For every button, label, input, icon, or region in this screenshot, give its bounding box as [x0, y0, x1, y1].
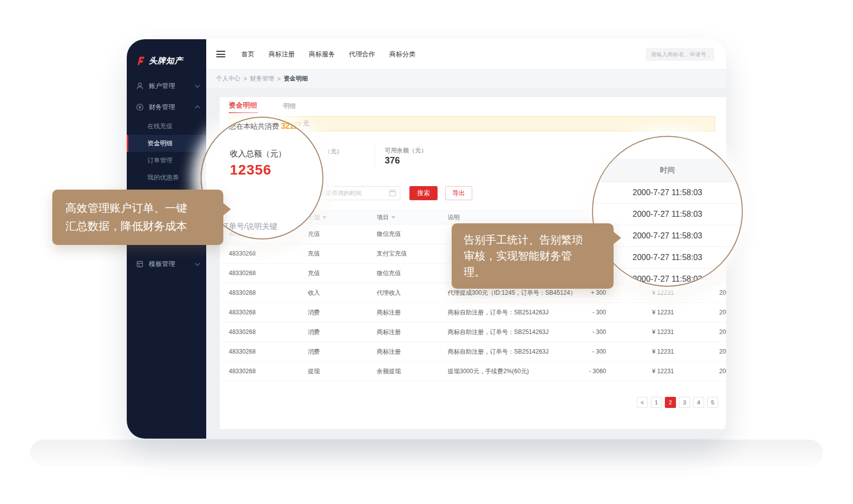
- table-row[interactable]: 48330268 消费 商标注册 商标自助注册，订单号：SB2514263J -…: [220, 303, 726, 322]
- lens-income-label: 收入总额（元）: [230, 149, 286, 159]
- search-input[interactable]: [646, 48, 714, 61]
- breadcrumb-separator: >: [243, 75, 247, 82]
- sidebar-item-label: 账户管理: [149, 81, 196, 91]
- tab-secondary[interactable]: 明细: [283, 102, 296, 111]
- pagination-page-2-active[interactable]: 2: [665, 397, 676, 408]
- lens-time-header: 时间: [593, 159, 742, 182]
- user-icon: [136, 82, 144, 90]
- pagination-page-5[interactable]: 5: [707, 397, 718, 408]
- tab-funds-detail[interactable]: 资金明细: [229, 101, 257, 110]
- nav-item-home[interactable]: 首页: [241, 50, 254, 59]
- chevron-down-icon: [195, 261, 200, 266]
- magnifier-lens-right: 时间 2000-7-27 11:58:03 2000-7-27 11:58:03…: [592, 136, 743, 287]
- nav-item-trademark-register[interactable]: 商标注册: [269, 50, 295, 59]
- sidebar-item-label: 模板管理: [149, 260, 196, 269]
- stat-balance-label: 可用余额（元）: [385, 146, 427, 155]
- chevron-down-icon: [195, 83, 200, 88]
- pagination-prev-button[interactable]: <: [637, 397, 648, 408]
- lens-time-cell: 2000-7-27 11:58:03: [593, 247, 742, 269]
- top-nav-items: 首页 商标注册 商标服务 代理合作 商标分类: [241, 50, 415, 59]
- header-type[interactable]: 类型: [308, 213, 377, 222]
- table-row[interactable]: 48330268 消费 商标注册 商标自助注册，订单号：SB2514263J -…: [220, 322, 726, 342]
- nav-item-trademark-services[interactable]: 商标服务: [309, 50, 335, 59]
- tab-underline: [229, 112, 258, 113]
- table-row[interactable]: 48330268 消费 商标注册 商标自助注册，订单号：SB2514263J -…: [220, 342, 726, 362]
- breadcrumb-item[interactable]: 个人中心: [216, 74, 240, 83]
- top-navbar: 首页 商标注册 商标服务 代理合作 商标分类: [206, 39, 726, 69]
- stat-expense-label: （元）: [324, 147, 343, 156]
- logo-title: 头牌知产: [149, 56, 183, 66]
- stat-divider: [375, 144, 375, 169]
- nav-item-agency[interactable]: 代理合作: [349, 50, 375, 59]
- lens-income-value: 12356: [230, 162, 272, 178]
- consumption-notice: 您在本站共消费 7820 元: [229, 116, 715, 131]
- stat-balance-value: 376: [385, 155, 400, 166]
- tooltip-finance-efficiency: 高效管理账户订单、一键 汇总数据，降低财务成本: [52, 190, 223, 245]
- sidebar-item-template[interactable]: 模板管理: [127, 254, 206, 275]
- breadcrumb-separator: >: [277, 75, 281, 82]
- tooltip-smart-finance: 告别手工统计、告别繁琐 审核，实现智能财务管 理。: [452, 223, 614, 289]
- breadcrumb: 个人中心 > 财务管理 > 资金明细: [206, 69, 726, 89]
- table-row[interactable]: 48330268 提现 余额提现 提现3000元，手续费2%(60元) - 30…: [220, 362, 726, 381]
- pagination-page-3[interactable]: 3: [679, 397, 690, 408]
- sort-caret-icon: [391, 216, 395, 219]
- sidebar-item-account[interactable]: 账户管理: [127, 75, 206, 97]
- pagination: < 1 2 3 4 5: [637, 397, 718, 408]
- sidebar-item-online-recharge[interactable]: 在线充值: [127, 118, 206, 135]
- logo-icon: [135, 55, 146, 66]
- header-project[interactable]: 项目: [377, 213, 448, 222]
- tooltip-line: 告别手工统计、告别繁琐: [464, 232, 602, 248]
- notice-unit: 元: [303, 119, 309, 128]
- chevron-up-icon: [195, 106, 200, 111]
- hamburger-icon[interactable]: [216, 51, 225, 57]
- tooltip-line: 审核，实现智能财务管: [464, 248, 602, 264]
- sidebar-item-my-coupons[interactable]: 我的优惠券: [127, 169, 206, 186]
- sort-caret-icon: [322, 216, 326, 219]
- page-background: 头牌知产 账户管理 财务管理: [0, 0, 853, 504]
- template-icon: [136, 260, 144, 268]
- sidebar-item-order-management[interactable]: 订单管理: [127, 152, 206, 169]
- laptop-base: [30, 440, 823, 466]
- lens-time-cell: 2000-7-27 11:58:03: [593, 182, 742, 204]
- tooltip-line: 汇总数据，降低财务成本: [65, 217, 210, 235]
- header-desc: 说明: [448, 213, 578, 222]
- export-button[interactable]: 导出: [445, 186, 472, 200]
- finance-icon: [136, 103, 144, 111]
- breadcrumb-item[interactable]: 财务管理: [250, 74, 274, 83]
- nav-item-trademark-category[interactable]: 商标分类: [389, 50, 415, 59]
- pagination-page-1[interactable]: 1: [651, 397, 662, 408]
- calendar-icon[interactable]: [389, 190, 396, 196]
- tooltip-line: 理。: [464, 264, 602, 280]
- sidebar-item-label: 财务管理: [149, 103, 196, 112]
- search-button[interactable]: 搜索: [409, 186, 438, 200]
- sidebar-item-funds-detail[interactable]: 资金明细: [127, 135, 206, 152]
- sidebar-item-finance[interactable]: 财务管理: [127, 97, 206, 118]
- pagination-page-4[interactable]: 4: [693, 397, 704, 408]
- lens-time-cell: 2000-7-27 11:58:03: [593, 204, 742, 225]
- logo[interactable]: 头牌知产: [127, 39, 206, 70]
- breadcrumb-current: 资金明细: [284, 74, 308, 83]
- tooltip-line: 高效管理账户订单、一键: [65, 199, 210, 217]
